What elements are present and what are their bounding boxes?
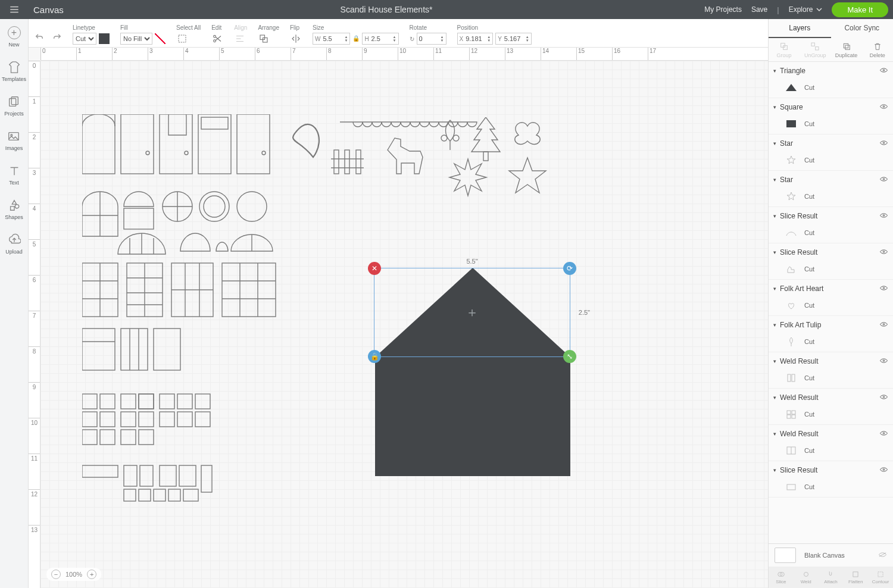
layer-name: Slice Result: [780, 466, 817, 474]
selection-lock-handle[interactable]: 🔒: [368, 350, 381, 363]
layer-operation: Cut: [804, 157, 814, 164]
zoom-out-button[interactable]: −: [51, 570, 61, 579]
chevron-down-icon[interactable]: ▾: [773, 177, 776, 183]
height-input[interactable]: H▲▼: [362, 33, 398, 45]
layer-item[interactable]: ▾Weld ResultCut: [769, 389, 893, 425]
chevron-down-icon[interactable]: ▾: [773, 431, 776, 437]
svg-rect-12: [160, 114, 192, 174]
tool-new[interactable]: + New: [8, 26, 21, 48]
edit-menu[interactable]: Edit: [211, 24, 223, 45]
explore-menu[interactable]: Explore: [789, 5, 823, 14]
fill-swatch-none[interactable]: [155, 33, 166, 44]
layer-item[interactable]: ▾Folk Art HeartCut: [769, 280, 893, 316]
selection-resize-handle[interactable]: ⤡: [563, 350, 576, 363]
eye-icon[interactable]: [879, 357, 888, 365]
linetype-control[interactable]: Linetype Cut: [73, 24, 110, 45]
tool-images[interactable]: Images: [5, 130, 23, 151]
eye-icon[interactable]: [879, 212, 888, 220]
chevron-down-icon[interactable]: ▾: [773, 286, 776, 292]
redo-icon[interactable]: [52, 33, 62, 42]
tool-text[interactable]: Text: [8, 164, 21, 186]
svg-rect-95: [781, 43, 785, 47]
selection-delete-handle[interactable]: ✕: [368, 262, 381, 275]
save-button[interactable]: Save: [751, 5, 767, 14]
fill-select[interactable]: No Fill: [120, 33, 152, 45]
chevron-down-icon[interactable]: ▾: [773, 358, 776, 364]
layer-item[interactable]: ▾Slice ResultCut: [769, 461, 893, 498]
layer-item[interactable]: ▾TriangleCut: [769, 62, 893, 98]
layer-item[interactable]: ▾Slice ResultCut: [769, 243, 893, 280]
layer-item[interactable]: ▾SquareCut: [769, 98, 893, 135]
svg-point-25: [204, 196, 225, 217]
design-mat[interactable]: 5.5" 2.5" ✕ ⟳ 🔒 ⤡ ＋ .sel-box{z-index:5;}: [40, 61, 768, 588]
hamburger-menu[interactable]: [0, 4, 29, 15]
canvas-area[interactable]: 01234567891011121314151617 0123456789101…: [29, 48, 768, 588]
eye-icon[interactable]: [879, 176, 888, 184]
eye-off-icon[interactable]: [878, 552, 887, 559]
pos-x-input[interactable]: X▲▼: [457, 33, 494, 45]
arrange-menu[interactable]: Arrange: [258, 24, 279, 45]
layer-thumb-icon: [784, 155, 798, 165]
action-duplicate[interactable]: Duplicate: [831, 38, 862, 61]
chevron-down-icon[interactable]: ▾: [773, 322, 776, 328]
rotate-input[interactable]: ▲▼: [417, 33, 447, 45]
pos-y-input[interactable]: Y▲▼: [495, 33, 532, 45]
eye-icon[interactable]: [879, 466, 888, 474]
layers-list[interactable]: ▾TriangleCut▾SquareCut▾StarCut▾StarCut▾S…: [769, 62, 893, 543]
chevron-down-icon[interactable]: ▾: [773, 213, 776, 219]
select-all[interactable]: Select All: [176, 24, 201, 45]
layer-name: Folk Art Tulip: [780, 321, 821, 329]
flip-menu[interactable]: Flip: [290, 24, 302, 45]
zoom-control[interactable]: − 100% +: [46, 568, 101, 581]
selection-rotate-handle[interactable]: ⟳: [563, 262, 576, 275]
width-input[interactable]: W▲▼: [313, 33, 350, 45]
layer-item[interactable]: ▾StarCut: [769, 135, 893, 171]
chevron-down-icon[interactable]: ▾: [773, 395, 776, 401]
svg-point-106: [883, 179, 885, 180]
action-delete[interactable]: Delete: [862, 38, 893, 61]
layer-item[interactable]: ▾Folk Art TulipCut: [769, 316, 893, 352]
eye-icon[interactable]: [879, 284, 888, 293]
make-it-button[interactable]: Make It: [832, 2, 888, 17]
tool-templates[interactable]: Templates: [2, 61, 26, 82]
chevron-down-icon[interactable]: ▾: [773, 68, 776, 74]
vertical-ruler: 012345678910111213: [29, 61, 40, 588]
undo-icon[interactable]: [35, 33, 44, 42]
chevron-down-icon[interactable]: ▾: [773, 104, 776, 110]
tab-color-sync[interactable]: Color Sync: [831, 19, 894, 38]
panel-footer: Slice Weld Attach Flatten Contour: [769, 567, 893, 588]
fill-control[interactable]: Fill No Fill: [120, 24, 166, 45]
tool-upload[interactable]: Upload: [5, 233, 23, 255]
blank-canvas-chip[interactable]: Blank Canvas: [769, 544, 893, 567]
eye-icon[interactable]: [879, 393, 888, 402]
layer-item[interactable]: ▾Weld ResultCut: [769, 425, 893, 461]
layer-thumb-icon: [784, 118, 798, 129]
zoom-in-button[interactable]: +: [87, 570, 96, 579]
layer-item[interactable]: ▾Slice ResultCut: [769, 207, 893, 243]
document-title[interactable]: Scandi House Elements*: [68, 5, 704, 14]
eye-icon[interactable]: [879, 139, 888, 148]
chevron-down-icon[interactable]: ▾: [773, 249, 776, 255]
linetype-select[interactable]: Cut: [73, 33, 96, 45]
eye-icon[interactable]: [879, 103, 888, 111]
chevron-down-icon: [816, 7, 822, 12]
scandi-ornaments[interactable]: [289, 117, 575, 236]
eye-icon[interactable]: [879, 67, 888, 75]
lock-aspect-icon[interactable]: 🔒: [352, 35, 360, 43]
layer-thumb-icon: [784, 227, 798, 238]
linetype-color-swatch[interactable]: [99, 33, 110, 44]
selection-bounding-box[interactable]: 5.5" 2.5" ✕ ⟳ 🔒 ⤡ ＋: [374, 268, 570, 357]
eye-icon[interactable]: [879, 430, 888, 438]
eye-icon[interactable]: [879, 248, 888, 257]
layer-name: Triangle: [780, 67, 805, 75]
tab-layers[interactable]: Layers: [769, 19, 831, 38]
chevron-down-icon[interactable]: ▾: [773, 140, 776, 146]
eye-icon[interactable]: [879, 321, 888, 329]
layer-item[interactable]: ▾Weld ResultCut: [769, 352, 893, 389]
upload-icon: [8, 233, 21, 246]
tool-shapes[interactable]: Shapes: [5, 199, 23, 220]
chevron-down-icon[interactable]: ▾: [773, 467, 776, 473]
tool-projects[interactable]: Projects: [4, 95, 24, 117]
my-projects-link[interactable]: My Projects: [704, 5, 742, 14]
layer-item[interactable]: ▾StarCut: [769, 171, 893, 207]
